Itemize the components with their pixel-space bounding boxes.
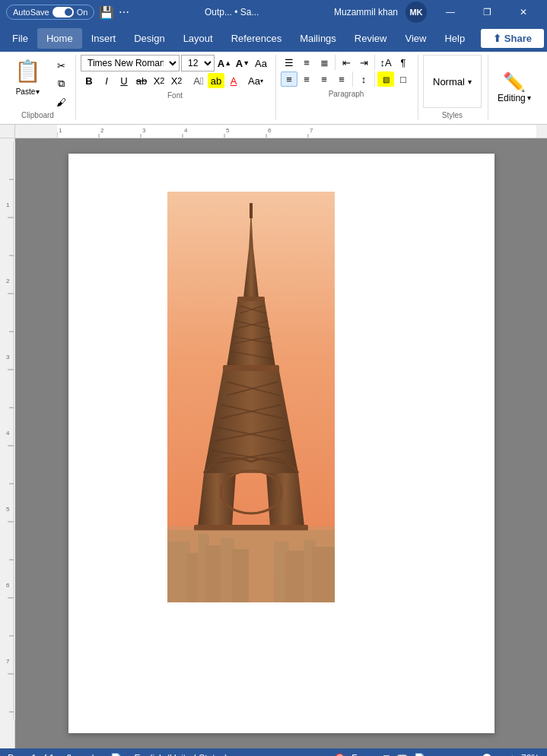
format-painter-button[interactable]: 🖌 <box>52 94 69 110</box>
styles-dropdown-icon: ▾ <box>468 78 472 86</box>
superscript-button[interactable]: X2 <box>168 73 185 88</box>
close-button[interactable]: ✕ <box>506 0 541 24</box>
menu-home[interactable]: Home <box>37 28 82 49</box>
divider6 <box>374 71 375 87</box>
document-page[interactable] <box>68 154 495 733</box>
zoom-level[interactable]: 70% <box>521 753 539 756</box>
editing-dropdown-icon: ▾ <box>527 94 531 102</box>
justify-button[interactable]: ≡ <box>333 71 350 87</box>
menu-layout[interactable]: Layout <box>174 28 222 49</box>
font-controls: Times New Roman 12 A▲ A▼ Aa B I U ab X2 … <box>81 55 269 88</box>
styles-selector[interactable]: Normal ▾ <box>423 55 482 108</box>
numbering-button[interactable]: ≡ <box>298 55 315 70</box>
paragraph-group: ☰ ≡ ≣ ⇤ ⇥ ↕A ¶ ≡ ≡ ≡ ≡ ↕ <box>281 55 418 119</box>
clear-formatting-button[interactable]: Aa <box>253 56 269 71</box>
svg-text:6: 6 <box>6 582 10 589</box>
more-options-icon[interactable]: ⋯ <box>119 6 129 18</box>
paragraph-controls: ☰ ≡ ≣ ⇤ ⇥ ↕A ¶ ≡ ≡ ≡ ≡ ↕ <box>281 55 412 87</box>
menu-view[interactable]: View <box>396 28 435 49</box>
font-size-select[interactable]: 12 <box>181 55 215 71</box>
print-layout-icon[interactable]: 📄 <box>414 753 425 756</box>
autosave-badge[interactable]: AutoSave On <box>6 5 94 20</box>
autosave-toggle[interactable] <box>52 7 74 17</box>
borders-button[interactable]: □ <box>395 71 412 87</box>
increase-indent-button[interactable]: ⇥ <box>355 55 372 70</box>
menu-file[interactable]: File <box>3 28 37 49</box>
editing-button[interactable]: ✏️ Editing ▾ <box>498 55 531 119</box>
font-color-button[interactable]: A <box>225 73 242 88</box>
editing-label: Editing ▾ <box>498 93 531 103</box>
change-case-button[interactable]: Aa▾ <box>247 73 264 88</box>
align-right-button[interactable]: ≡ <box>316 71 332 87</box>
menu-references[interactable]: References <box>222 28 291 49</box>
underline-button[interactable]: U <box>116 73 132 88</box>
grow-font-button[interactable]: A▲ <box>216 56 233 71</box>
bold-button[interactable]: B <box>81 73 97 88</box>
menu-design[interactable]: Design <box>125 28 173 49</box>
layout-view-icon[interactable]: ⊞ <box>383 753 390 756</box>
title-bar: AutoSave On 💾 ⋯ Outp... • Sa... Muzammil… <box>0 0 547 24</box>
zoom-in-icon[interactable]: + <box>510 753 515 756</box>
subscript-button[interactable]: X2 <box>151 73 167 88</box>
decrease-indent-button[interactable]: ⇤ <box>338 55 355 70</box>
share-button[interactable]: ⬆ Share <box>481 29 544 48</box>
text-effects-button[interactable]: A⃝ <box>190 73 207 88</box>
document-title: Outp... • Sa... <box>134 7 329 17</box>
read-mode-icon[interactable]: 📖 <box>396 753 408 756</box>
font-name-row: Times New Roman 12 A▲ A▼ Aa <box>81 55 269 71</box>
editing-group: ✏️ Editing ▾ <box>493 55 536 119</box>
menu-help[interactable]: Help <box>435 28 474 49</box>
formatting-row: B I U ab X2 X2 A⃝ ab A Aa▾ <box>81 73 269 88</box>
save-icon[interactable]: 💾 <box>99 5 114 20</box>
paste-dropdown-icon[interactable]: ▾ <box>36 87 40 96</box>
strikethrough-button[interactable]: ab <box>133 73 150 88</box>
menu-mailings[interactable]: Mailings <box>291 28 345 49</box>
svg-text:7: 7 <box>310 127 313 134</box>
multilevel-list-button[interactable]: ≣ <box>316 55 332 70</box>
language: English (United States) <box>134 753 227 756</box>
svg-text:4: 4 <box>6 430 10 437</box>
font-label: Font <box>81 91 269 100</box>
ruler-inner: 1 2 3 4 5 6 7 <box>57 125 536 138</box>
clipboard-sub: ✂ ⧉ 🖌 <box>52 58 69 110</box>
restore-button[interactable]: ❐ <box>469 0 504 24</box>
document-scroll-area[interactable] <box>15 138 547 748</box>
bullets-button[interactable]: ☰ <box>281 55 297 70</box>
divider3 <box>335 55 336 70</box>
menu-insert[interactable]: Insert <box>82 28 126 49</box>
page-info: Page 1 of 1 <box>8 753 54 756</box>
divider5 <box>352 71 353 87</box>
styles-label: Styles <box>442 111 463 119</box>
cut-button[interactable]: ✂ <box>52 58 69 73</box>
svg-rect-52 <box>250 203 253 218</box>
shrink-font-button[interactable]: A▼ <box>234 56 251 71</box>
svg-text:3: 3 <box>6 354 10 361</box>
line-spacing-button[interactable]: ↕ <box>355 71 372 87</box>
clipboard-group: 📋 Paste ▾ ✂ ⧉ 🖌 Clipboard <box>6 55 76 119</box>
show-hide-button[interactable]: ¶ <box>395 55 412 70</box>
paste-section: 📋 Paste ▾ <box>6 55 49 96</box>
left-ruler: 1 2 3 4 5 6 7 <box>0 138 15 748</box>
zoom-out-icon[interactable]: − <box>431 753 437 756</box>
align-center-button[interactable]: ≡ <box>298 71 315 87</box>
clipboard-label: Clipboard <box>21 111 54 119</box>
focus-icon[interactable]: 🎯 <box>334 753 345 756</box>
svg-marker-73 <box>198 473 236 526</box>
shading-button[interactable]: ▧ <box>377 71 394 87</box>
italic-button[interactable]: I <box>98 73 115 88</box>
sort-button[interactable]: ↕A <box>377 55 394 70</box>
menu-review[interactable]: Review <box>345 28 396 49</box>
highlight-color-button[interactable]: ab <box>208 73 224 88</box>
word-count: 0 words <box>66 753 98 756</box>
svg-text:5: 5 <box>226 127 230 134</box>
svg-marker-74 <box>266 473 304 526</box>
divider4 <box>374 55 375 70</box>
user-avatar[interactable]: MK <box>405 2 427 23</box>
font-name-select[interactable]: Times New Roman <box>81 55 180 71</box>
svg-rect-77 <box>167 530 335 602</box>
paste-button[interactable]: 📋 <box>6 55 49 87</box>
language-icon: 📄 <box>110 753 122 756</box>
align-left-button[interactable]: ≡ <box>281 71 297 87</box>
minimize-button[interactable]: — <box>433 0 468 24</box>
copy-button[interactable]: ⧉ <box>52 76 69 91</box>
